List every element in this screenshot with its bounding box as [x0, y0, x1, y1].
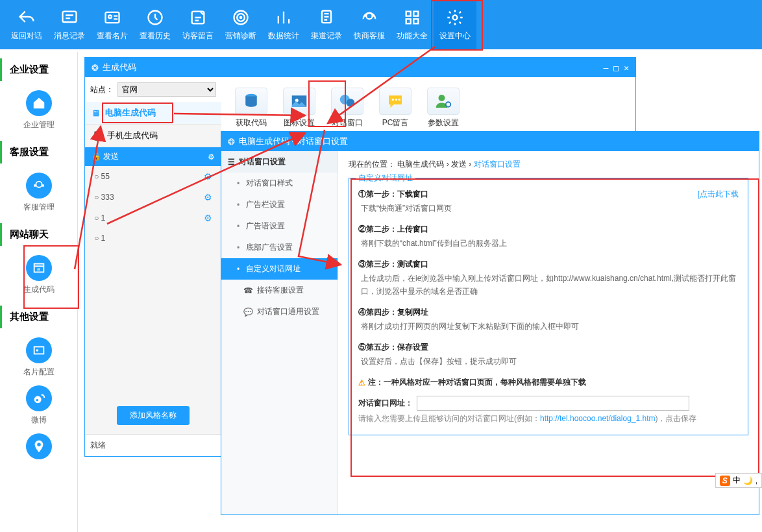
tb-return-chat[interactable]: 返回对话: [5, 8, 48, 42]
database-icon: [235, 88, 267, 115]
top-toolbar: 返回对话 消息记录 查看名片 查看历史 访客留言 营销诊断 数据统计 渠道记录 …: [0, 0, 762, 49]
status-bar: 就绪: [85, 434, 221, 456]
win2-titlebar[interactable]: ❂电脑生成代码 - 对话窗口设置: [221, 132, 759, 151]
sb-title-other: 其他设置: [0, 306, 77, 328]
chat-url-input[interactable]: [417, 396, 689, 411]
home-icon: [26, 90, 52, 116]
step4-desc: 将刚才成功打开网页的网址复制下来粘贴到下面的输入框中即可: [358, 320, 739, 333]
svg-point-30: [399, 99, 400, 101]
tree-header[interactable]: ☰对话窗口设置: [221, 151, 338, 173]
tree-window-style[interactable]: 对话窗口样式: [221, 173, 338, 194]
tb-features[interactable]: 功能大全: [391, 8, 434, 42]
svg-point-28: [392, 99, 394, 101]
download-link[interactable]: [点击此下载: [698, 189, 739, 200]
site-label: 站点：: [90, 84, 114, 95]
tree-custom-url[interactable]: 自定义对话网址: [221, 258, 338, 280]
svg-point-27: [347, 99, 355, 107]
tb-channel[interactable]: 渠道记录: [305, 8, 348, 42]
svg-rect-11: [413, 11, 418, 16]
gear-icon[interactable]: ⚙: [204, 192, 212, 202]
fieldset-legend: 自定义对话网址: [356, 173, 415, 184]
tree-bottom-ad[interactable]: 底部广告设置: [221, 237, 338, 258]
tool-param-settings[interactable]: 参数设置: [423, 88, 464, 128]
monitor-icon: 🖥: [92, 108, 100, 118]
sb-card-config[interactable]: 名片配置: [0, 333, 77, 381]
site-select[interactable]: 官网: [117, 82, 216, 97]
gear-icon[interactable]: ⚙: [204, 171, 212, 182]
svg-point-14: [453, 15, 458, 19]
style-item-55[interactable]: ○ 55⚙: [85, 166, 221, 187]
warning-note: ⚠注：一种风格对应一种对话窗口页面，每种风格都需要单独下载: [358, 377, 739, 388]
custom-url-fieldset: 自定义对话网址 [点击此下载 ①第一步：下载窗口下载“快商通”对话窗口网页 ②第…: [349, 178, 748, 435]
gear-icon[interactable]: ⚙: [208, 152, 215, 162]
lock-icon: 🔒: [92, 152, 101, 161]
headset-icon: [26, 173, 52, 199]
step2-desc: 将刚下载的“chat.html”传到自己的服务器上: [358, 237, 739, 250]
svg-point-29: [395, 99, 397, 101]
sb-service-mgmt[interactable]: 客服管理: [0, 169, 77, 217]
style-item-1b[interactable]: ○ 1: [85, 228, 221, 248]
tree-ad-bar[interactable]: 广告栏设置: [221, 194, 338, 215]
breadcrumb: 现在的位置： 电脑生成代码 › 发送 › 对话窗口设置: [349, 159, 748, 170]
svg-point-2: [108, 15, 112, 18]
svg-point-22: [37, 443, 41, 447]
tb-stats[interactable]: 数据统计: [262, 8, 305, 42]
tool-icon-settings[interactable]: 图标设置: [278, 88, 320, 128]
chat-bubble-icon: [331, 88, 363, 115]
tb-settings[interactable]: 设置中心: [434, 0, 476, 49]
tool-pc-message[interactable]: PC留言: [375, 88, 416, 128]
breadcrumb-link[interactable]: 对话窗口设置: [474, 160, 521, 169]
browser-icon: e: [26, 255, 52, 281]
user-gear-icon: [427, 88, 460, 115]
svg-rect-18: [34, 347, 43, 354]
send-header[interactable]: 🔒 发送⚙: [85, 147, 221, 166]
close-icon[interactable]: ✕: [624, 63, 629, 73]
minimize-icon[interactable]: —: [604, 63, 609, 73]
maximize-icon[interactable]: □: [613, 63, 619, 73]
tb-view-history[interactable]: 查看历史: [134, 8, 177, 42]
weibo-icon: [26, 385, 52, 411]
tb-service[interactable]: 快商客服: [348, 8, 391, 42]
style-item-1a[interactable]: ○ 1⚙: [85, 208, 221, 228]
tb-message-log[interactable]: 消息记录: [48, 8, 91, 42]
tb-marketing[interactable]: 营销诊断: [219, 8, 262, 42]
ime-indicator[interactable]: S中🌙 ,: [715, 473, 762, 488]
tool-get-code[interactable]: 获取代码: [230, 88, 272, 128]
url-hint: 请输入您需要上传且能够访问的对话窗口网址(例如：http://tel.hooco…: [358, 413, 739, 424]
svg-rect-1: [106, 12, 119, 22]
svg-rect-12: [406, 19, 411, 23]
sb-weibo[interactable]: 微博: [0, 381, 77, 429]
warning-icon: ⚠: [358, 378, 365, 387]
gear-icon[interactable]: ⚙: [204, 213, 212, 223]
svg-point-19: [36, 349, 38, 352]
step2-title: ②第二步：上传窗口: [358, 224, 739, 235]
svg-point-31: [439, 95, 445, 101]
mobile-icon: 📱: [92, 131, 102, 141]
phone-icon: ☎: [243, 286, 253, 295]
svg-text:e: e: [37, 267, 40, 272]
tool-chat-window[interactable]: 对话窗口: [326, 88, 368, 128]
add-style-button[interactable]: 添加风格名称: [117, 406, 190, 425]
app-icon: ❂: [228, 137, 235, 147]
tab-mobile-code[interactable]: 📱手机生成代码: [85, 125, 221, 147]
sb-title-webchat: 网站聊天: [0, 223, 77, 246]
sb-gen-code[interactable]: e生成代码: [0, 251, 77, 299]
tab-pc-code[interactable]: 🖥电脑生成代码: [85, 102, 221, 125]
card-icon: [26, 337, 52, 363]
tb-visitor-msg[interactable]: 访客留言: [177, 8, 219, 42]
svg-point-32: [446, 102, 451, 107]
sb-title-enterprise: 企业设置: [0, 58, 77, 81]
tree-general[interactable]: 💬对话窗口通用设置: [221, 301, 338, 322]
svg-point-15: [36, 182, 42, 187]
step3-desc: 上传成功后，在ie浏览器中输入刚上传对话窗口网址，如http://www.kua…: [358, 272, 739, 297]
sb-location[interactable]: [0, 429, 77, 466]
tree-ad-text[interactable]: 广告语设置: [221, 215, 338, 237]
settings-tree: ☰对话窗口设置 对话窗口样式 广告栏设置 广告语设置 底部广告设置 自定义对话网…: [221, 151, 338, 514]
step5-desc: 设置好后，点击【保存】按钮，提示成功即可: [358, 356, 739, 368]
style-item-333[interactable]: ○ 333⚙: [85, 187, 221, 208]
sb-enterprise-mgmt[interactable]: 企业管理: [0, 86, 77, 134]
win1-titlebar[interactable]: ❂生成代码 —□✕: [85, 58, 635, 77]
tb-view-card[interactable]: 查看名片: [91, 8, 134, 42]
app-icon: ❂: [92, 63, 99, 73]
tree-reception[interactable]: ☎接待客服设置: [221, 280, 338, 301]
